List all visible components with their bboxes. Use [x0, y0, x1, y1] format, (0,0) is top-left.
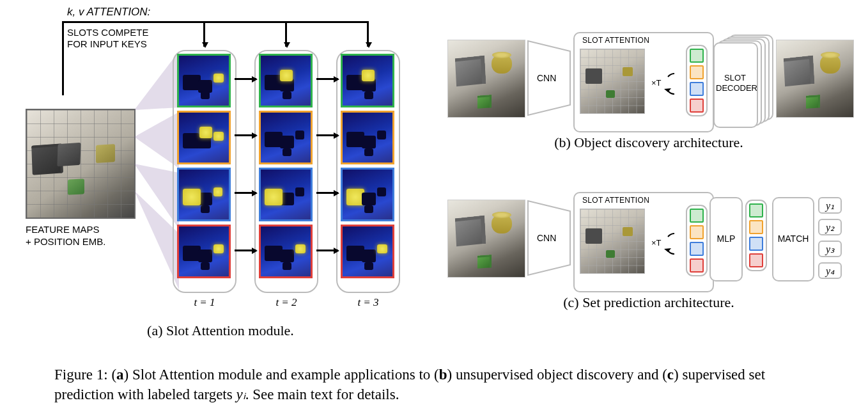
panel-b-sa-title: SLOT ATTENTION [582, 36, 706, 44]
panel-b-slot-decoder: SLOT DECODER [713, 35, 776, 124]
attn-top-bar [62, 21, 369, 23]
arrow-row3-b [316, 192, 338, 194]
slot-t2-red [259, 225, 313, 278]
y1-label: y₁ [818, 197, 842, 214]
panel-b-slot-output [686, 45, 708, 116]
attn-left-drop [62, 21, 64, 95]
cap-a: a [116, 367, 124, 383]
cap-c: c [667, 367, 674, 383]
slot-t3-red [341, 225, 394, 278]
cap-mid1: ) Slot Attention module and example appl… [124, 367, 439, 383]
panel-b: CNN SLOT ATTENTION ×T [447, 26, 856, 173]
svg-marker-3 [664, 248, 671, 252]
panel-b-slot-attention: SLOT ATTENTION ×T [573, 32, 714, 132]
slot-t1-green [177, 54, 231, 107]
panel-b-caption: (b) Object discovery architecture. [447, 134, 850, 151]
panel-c-match-block: MATCH [772, 197, 814, 281]
cap-b: b [439, 367, 447, 383]
arrow-row3-a [235, 192, 256, 194]
panel-b-input-image [447, 40, 525, 118]
panel-c-mlp-block: MLP [709, 197, 743, 281]
panel-a-caption: (a) Slot Attention module. [22, 322, 419, 339]
panel-c-slot-output-1 [686, 205, 708, 276]
panel-c-input-image [447, 200, 525, 278]
panel-b-cnn-label: CNN [537, 73, 556, 83]
slot-t3-green [341, 54, 394, 107]
kv-attention-label: k, v ATTENTION: [67, 6, 150, 17]
slot-t1-red [177, 225, 231, 278]
slot-column-t2 [254, 50, 318, 293]
slot-t2-orange [259, 111, 313, 164]
figure-caption: Figure 1: (a) Slot Attention module and … [54, 365, 815, 404]
panel-c-xt-label: ×T [651, 238, 662, 248]
y3-label: y₃ [818, 241, 842, 257]
slot-column-t1 [173, 50, 236, 293]
arrow-row2-a [235, 134, 256, 136]
panel-c-slot-attention: SLOT ATTENTION ×T [573, 192, 714, 292]
panel-b-decoder-label-line2: DECODER [716, 83, 757, 93]
slots-compete-line1: SLOTS COMPETE [67, 27, 149, 38]
slot-t3-blue [341, 168, 394, 221]
cap-prefix: Figure 1: ( [54, 367, 116, 383]
panel-c-mlp-label: MLP [717, 234, 736, 244]
t3-label: t = 3 [336, 297, 400, 308]
arrow-row4-b [316, 250, 338, 251]
svg-marker-1 [664, 88, 671, 92]
panel-c-caption: (c) Set prediction architecture. [447, 294, 850, 311]
panel-a: k, v ATTENTION: SLOTS COMPETE FOR INPUT … [22, 6, 451, 345]
panel-c-sa-title: SLOT ATTENTION [582, 196, 706, 204]
cap-end: . See main text for details. [245, 386, 399, 402]
panel-b-output-image [776, 40, 854, 118]
arrow-row2-b [316, 134, 338, 136]
feature-map-label: FEATURE MAPS + POSITION EMB. [26, 224, 105, 248]
arrow-row4-a [235, 250, 256, 251]
feature-map [26, 109, 136, 219]
slot-t1-blue [177, 168, 231, 221]
panel-c: CNN SLOT ATTENTION ×T MLP MATCH [447, 186, 856, 345]
slots-compete-label: SLOTS COMPETE FOR INPUT KEYS [67, 27, 149, 50]
slot-t2-blue [259, 168, 313, 221]
t2-label: t = 2 [254, 297, 318, 308]
slot-t2-green [259, 54, 313, 107]
slot-column-t3 [336, 50, 400, 293]
panel-b-decoder-label-line1: SLOT [724, 73, 746, 83]
arrow-row1-b [316, 78, 338, 80]
y4-label: y₄ [818, 262, 842, 279]
attn-arrow-down-2 [285, 21, 287, 47]
slot-t1-orange [177, 111, 231, 164]
slot-t3-orange [341, 111, 394, 164]
panel-c-match-label: MATCH [778, 234, 809, 244]
attn-arrow-down-3 [367, 21, 369, 47]
panel-b-decoder-label: SLOT DECODER [716, 73, 754, 93]
panel-c-cnn-label: CNN [537, 233, 556, 243]
attn-arrow-down-1 [203, 21, 205, 47]
cap-yi: yᵢ [236, 386, 245, 402]
t1-label: t = 1 [173, 297, 236, 308]
arrow-row1-a [235, 78, 256, 80]
feature-map-label-line2: + POSITION EMB. [26, 236, 105, 247]
panel-b-xt-label: ×T [651, 78, 662, 88]
panel-c-slot-output-2 [745, 200, 767, 271]
feature-map-label-line1: FEATURE MAPS [26, 224, 100, 235]
y2-label: y₂ [818, 219, 842, 235]
slots-compete-line2: FOR INPUT KEYS [67, 38, 147, 49]
cap-mid2: ) unsupervised object discovery and ( [447, 367, 667, 383]
